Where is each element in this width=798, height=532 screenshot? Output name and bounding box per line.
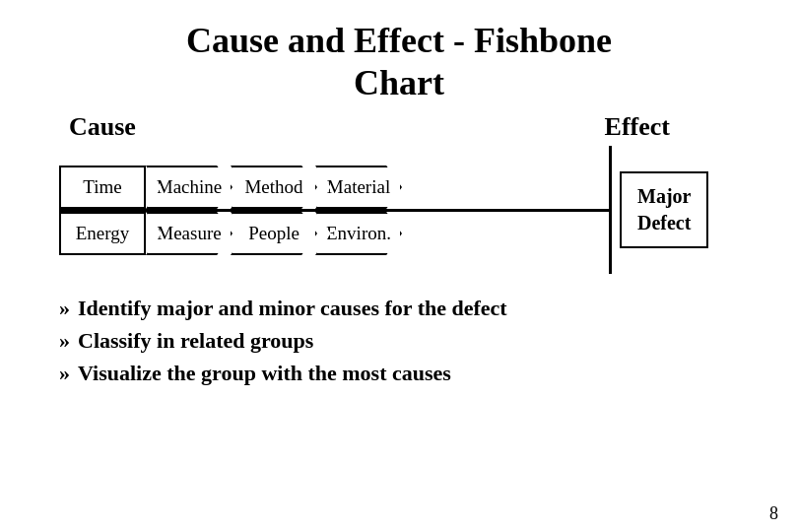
machine-arrow: Machine — [146, 166, 233, 209]
fishbone-diagram: Time Machine Method Material Energy Meas… — [59, 146, 708, 274]
bullet-text-3: Visualize the group with the most causes — [78, 357, 451, 389]
bullet-mark-1: » — [59, 292, 70, 324]
bottom-row: Energy Measure People Environ. — [59, 212, 609, 255]
measure-arrow: Measure — [146, 212, 233, 255]
bullet-mark-3: » — [59, 357, 70, 389]
major-defect-box: Major Defect — [620, 171, 708, 248]
title-block: Cause and Effect - Fishbone Chart — [39, 20, 759, 104]
environ-arrow: Environ. — [315, 212, 402, 255]
bullet-item-3: » Visualize the group with the most caus… — [59, 357, 759, 389]
energy-box: Energy — [59, 212, 146, 255]
bullet-text-1: Identify major and minor causes for the … — [78, 292, 507, 324]
top-row: Time Machine Method Material — [59, 166, 609, 209]
slide: Cause and Effect - Fishbone Chart Cause … — [0, 0, 798, 532]
diagram-wrapper: Cause Effect Time Machine Method Materia… — [59, 112, 759, 274]
time-box: Time — [59, 166, 146, 209]
bullet-item-1: » Identify major and minor causes for th… — [59, 292, 759, 324]
effect-label: Effect — [605, 112, 670, 142]
main-title-line1: Cause and Effect - Fishbone — [39, 20, 759, 62]
cause-label: Cause — [69, 112, 136, 142]
bullet-item-2: » Classify in related groups — [59, 324, 759, 357]
main-title-line2: Chart — [39, 62, 759, 104]
page-number: 8 — [769, 503, 778, 524]
material-arrow: Material — [315, 166, 402, 209]
bullet-text-2: Classify in related groups — [78, 324, 313, 357]
method-arrow: Method — [231, 166, 317, 209]
people-arrow: People — [231, 212, 317, 255]
defect-line2: Defect — [637, 212, 691, 233]
defect-line1: Major — [637, 185, 691, 207]
vertical-bar — [609, 146, 612, 274]
bullet-mark-2: » — [59, 324, 70, 357]
bullet-list: » Identify major and minor causes for th… — [59, 292, 759, 389]
